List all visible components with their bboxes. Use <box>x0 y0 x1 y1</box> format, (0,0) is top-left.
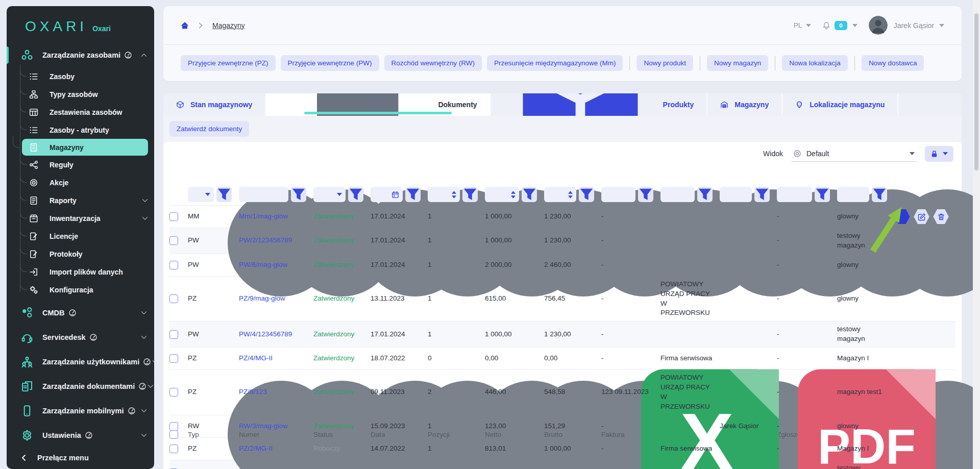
document-button-przyj-cie-zewn-trzne-pz[interactable]: Przyjęcie zewnętrzne (PZ) <box>181 55 276 71</box>
filter-input-dostawca[interactable] <box>660 187 695 202</box>
spinner-down-icon[interactable] <box>568 195 573 199</box>
spinner-down-icon[interactable] <box>452 195 456 199</box>
filter-funnel-icon[interactable] <box>291 187 306 202</box>
tab-produkty[interactable]: Produkty <box>491 93 708 116</box>
number-spinner[interactable] <box>511 191 516 199</box>
create-button-nowy-dostawca[interactable]: Nowy dostawca <box>862 55 924 71</box>
tab-lokalizacje-magazynu[interactable]: Lokalizacje magazynu <box>782 93 898 116</box>
sidebar-item-zasoby-atrybuty[interactable]: Zasoby - atrybuty <box>29 121 154 139</box>
cell-numer[interactable]: PZ/8/123 <box>239 384 313 400</box>
row-checkbox[interactable] <box>169 212 178 221</box>
filter-funnel-icon[interactable] <box>638 187 653 202</box>
filter-input-netto[interactable] <box>485 187 519 202</box>
spinner-down-icon[interactable] <box>511 195 516 199</box>
scrollbar-thumb[interactable] <box>974 13 978 170</box>
cell-numer[interactable]: RW/3/mag-glow <box>239 418 313 434</box>
filter-funnel-icon[interactable] <box>697 187 713 202</box>
scrollbar[interactable] <box>973 0 980 469</box>
filter-funnel-icon[interactable] <box>815 187 830 202</box>
row-checkbox[interactable] <box>169 445 178 453</box>
number-spinner[interactable] <box>452 191 456 199</box>
sidebar-item-magazyny[interactable]: Magazyny <box>22 139 148 156</box>
home-icon[interactable] <box>181 21 189 30</box>
avatar[interactable] <box>869 16 888 35</box>
number-spinner[interactable] <box>568 191 573 199</box>
sidebar-section-zarz-dzanie-dokumentami[interactable]: Zarządzanie dokumentami <box>7 374 154 399</box>
lock-view-button[interactable] <box>925 146 953 162</box>
sidebar-toggle[interactable]: Przełącz menu <box>7 447 154 469</box>
sidebar-item-konfiguracja[interactable]: Konfiguracja <box>29 281 154 299</box>
create-button-nowy-magazyn[interactable]: Nowy magazyn <box>707 55 768 71</box>
row-checkbox[interactable] <box>169 354 178 363</box>
view-button[interactable] <box>894 209 910 225</box>
filter-funnel-icon[interactable] <box>522 187 537 202</box>
tab-stan-magazynowy[interactable]: Stan magazynowy <box>163 93 266 116</box>
filter-input-zgloszenie[interactable] <box>777 187 812 202</box>
edit-button[interactable] <box>914 209 929 225</box>
select-all-checkbox[interactable] <box>169 430 178 439</box>
tab-dokumenty[interactable]: Dokumenty <box>266 93 491 116</box>
sidebar-item-inwentaryzacja[interactable]: Inwentaryzacja <box>29 209 154 227</box>
cell-numer[interactable]: PZ/4/MG-II <box>239 351 313 366</box>
spinner-up-icon[interactable] <box>452 191 456 194</box>
cell-numer[interactable]: PZ/2/MG-II <box>239 441 313 457</box>
calendar-icon[interactable] <box>391 191 399 199</box>
create-button-nowa-lokalizacja[interactable]: Nowa lokalizacja <box>782 55 848 71</box>
sidebar-item-typy-zasob-w[interactable]: Typy zasobów <box>29 85 154 103</box>
filter-input-typ[interactable] <box>188 187 214 202</box>
filter-funnel-icon[interactable] <box>216 187 232 202</box>
filter-input-magazyn[interactable] <box>837 187 869 202</box>
user-menu-caret-icon[interactable] <box>939 24 944 27</box>
filter-input-status[interactable] <box>313 187 346 202</box>
spinner-up-icon[interactable] <box>568 191 573 194</box>
cell-numer[interactable]: PW/5/123456789 <box>239 465 313 469</box>
sidebar-section-zarz-dzanie-zasobami[interactable]: Zarządzanie zasobami <box>7 43 154 67</box>
spinner-up-icon[interactable] <box>511 191 516 194</box>
document-button-rozch-d-wewn-trzny-rw[interactable]: Rozchód wewnętrzny (RW) <box>384 55 482 71</box>
row-checkbox[interactable] <box>169 330 178 339</box>
locale-label[interactable]: PL <box>794 21 802 29</box>
locale-caret-icon[interactable] <box>806 24 811 27</box>
tab-magazyny[interactable]: Magazyny <box>707 93 782 116</box>
bell-icon[interactable] <box>822 21 830 30</box>
sidebar-section-servicedesk[interactable]: Servicedesk <box>7 325 154 350</box>
filter-input-faktura[interactable] <box>601 187 635 202</box>
sidebar-item-protoko-y[interactable]: Protokoły <box>29 245 154 263</box>
document-button-przesuni-cie-mi-dzymagazynowe-mm[interactable]: Przesunięcie międzymagazynowe (Mm) <box>487 55 623 71</box>
row-checkbox[interactable] <box>169 294 178 303</box>
row-checkbox[interactable] <box>169 236 178 245</box>
cell-numer[interactable]: PW/4/123456789 <box>239 327 313 342</box>
sidebar-section-ustawienia[interactable]: Ustawienia <box>7 423 154 448</box>
sidebar-item-raporty[interactable]: Raporty <box>29 191 154 209</box>
view-select[interactable]: Default <box>791 146 917 162</box>
filter-funnel-icon[interactable] <box>754 187 770 202</box>
filter-input-numer[interactable] <box>239 187 288 202</box>
filter-funnel-icon[interactable] <box>405 187 421 202</box>
cell-numer[interactable]: PW/2/123456789 <box>239 233 313 249</box>
row-checkbox[interactable] <box>169 422 178 431</box>
cell-numer[interactable]: PZ/9/mag-glow <box>239 291 313 307</box>
filter-funnel-icon[interactable] <box>462 187 478 202</box>
sidebar-section-cmdb[interactable]: CMDB <box>7 301 154 325</box>
sidebar-section-zarz-dzanie-u-ytkownikami[interactable]: Zarządzanie użytkownikami <box>7 350 154 374</box>
filter-input-odbiorca[interactable] <box>720 187 752 202</box>
sidebar-item-zestawienia-zasob-w[interactable]: Zestawienia zasobów <box>29 103 154 121</box>
filter-input-data[interactable] <box>371 187 403 202</box>
row-checkbox[interactable] <box>169 261 178 269</box>
create-button-nowy-produkt[interactable]: Nowy produkt <box>636 55 693 71</box>
sidebar-item-akcje[interactable]: Akcje <box>29 174 154 191</box>
filter-funnel-icon[interactable] <box>872 187 887 202</box>
delete-button[interactable] <box>933 209 949 225</box>
document-button-przyj-cie-wewn-trzne-pw[interactable]: Przyjęcie wewnętrzne (PW) <box>281 55 379 71</box>
sidebar-item-regu-y[interactable]: Reguły <box>29 156 154 174</box>
sidebar-item-import-plik-w-danych[interactable]: Import plików danych <box>29 263 154 281</box>
breadcrumb-current[interactable]: Magazyny <box>212 21 245 30</box>
cell-numer[interactable]: PW/6/mag-glow <box>239 257 313 273</box>
cell-numer[interactable]: Mm/1/mag-glow <box>239 209 313 225</box>
row-checkbox[interactable] <box>169 388 178 397</box>
sidebar-item-licencje[interactable]: Licencje <box>29 227 154 245</box>
sidebar-item-zasoby[interactable]: Zasoby <box>29 67 154 85</box>
notifications-caret-icon[interactable] <box>852 24 857 27</box>
sidebar-section-zarz-dzanie-mobilnymi[interactable]: Zarządzanie mobilnymi <box>7 399 154 423</box>
filter-input-brutto[interactable] <box>544 187 576 202</box>
